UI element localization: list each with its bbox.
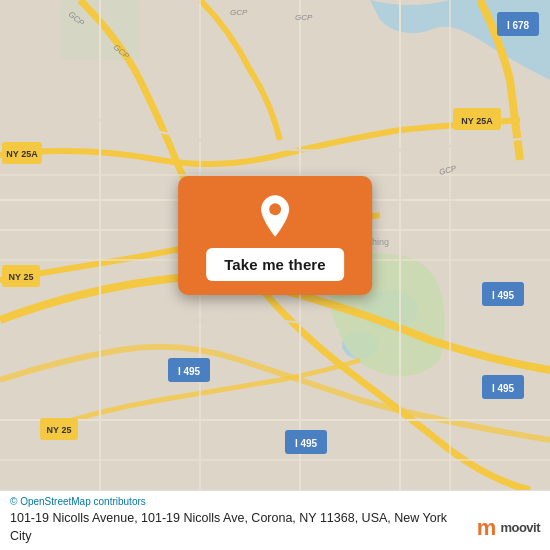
location-pin-icon — [253, 194, 297, 238]
attribution: © OpenStreetMap contributors — [10, 496, 540, 507]
moovit-wordmark: moovit — [500, 520, 540, 535]
osm-attribution: © OpenStreetMap contributors — [10, 496, 146, 507]
take-me-there-button[interactable]: Take me there — [206, 248, 344, 281]
bottom-bar: © OpenStreetMap contributors 101-19 Nico… — [0, 490, 550, 550]
svg-text:I 495: I 495 — [492, 383, 515, 394]
address-text: 101-19 Nicolls Avenue, 101-19 Nicolls Av… — [10, 510, 467, 545]
moovit-m-letter: m — [477, 517, 497, 539]
svg-text:NY 25: NY 25 — [47, 425, 72, 435]
moovit-logo: m moovit — [477, 517, 540, 539]
map-container: I 678 NY 25A NY 25A I 495 I 495 I 495 I … — [0, 0, 550, 490]
address-row: 101-19 Nicolls Avenue, 101-19 Nicolls Av… — [10, 510, 540, 545]
svg-text:NY 25: NY 25 — [9, 272, 34, 282]
svg-text:NY 25A: NY 25A — [461, 116, 493, 126]
svg-text:GCP: GCP — [295, 13, 313, 22]
overlay-card: Take me there — [178, 176, 372, 295]
svg-text:I 495: I 495 — [492, 290, 515, 301]
svg-text:I 495: I 495 — [295, 438, 318, 449]
svg-text:NY 25A: NY 25A — [6, 149, 38, 159]
svg-text:GCP: GCP — [230, 8, 248, 17]
svg-point-40 — [269, 203, 281, 215]
svg-text:I 495: I 495 — [178, 366, 201, 377]
svg-text:I 678: I 678 — [507, 20, 530, 31]
